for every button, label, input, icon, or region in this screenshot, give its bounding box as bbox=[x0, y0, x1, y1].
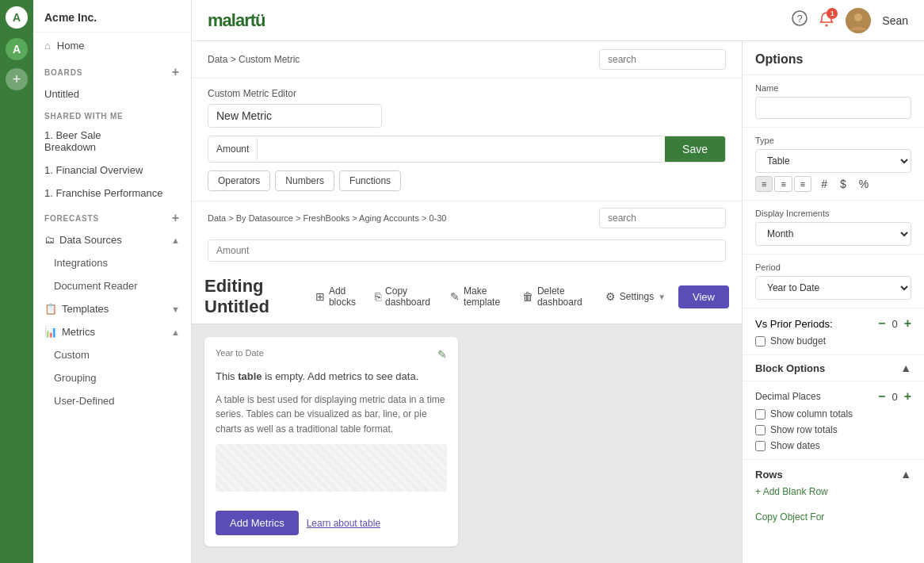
copy-object-for[interactable]: Copy Object For bbox=[743, 505, 924, 529]
rp-rows-label: Rows bbox=[755, 469, 783, 481]
show-row-totals-checkbox[interactable] bbox=[755, 425, 766, 435]
svg-point-2 bbox=[826, 25, 828, 27]
nav-untitled[interactable]: Untitled bbox=[33, 82, 191, 105]
settings-action[interactable]: ⚙ Settings ▼ bbox=[605, 290, 666, 303]
card-empty-text: This table is empty. Add metrics to see … bbox=[216, 369, 447, 385]
decimal-increment-button[interactable]: + bbox=[904, 389, 911, 404]
hash-symbol-button[interactable]: # bbox=[818, 176, 830, 192]
help-icon[interactable]: ? bbox=[792, 10, 808, 30]
settings-chevron-icon: ▼ bbox=[658, 293, 666, 301]
card-edit-icon[interactable]: ✎ bbox=[437, 348, 447, 361]
rp-decimal-stepper: − 0 + bbox=[878, 389, 911, 404]
view-button[interactable]: View bbox=[678, 285, 729, 308]
nav-grouping[interactable]: Grouping bbox=[33, 366, 191, 389]
metrics-icon: 📊 bbox=[44, 326, 57, 338]
username: Sean bbox=[882, 14, 908, 27]
copy-dashboard-action[interactable]: ⎘ Copy dashboard bbox=[375, 285, 437, 308]
show-budget-label: Show budget bbox=[770, 335, 826, 347]
top-search-input[interactable] bbox=[599, 49, 726, 70]
block-options-collapse-button[interactable]: ▲ bbox=[900, 362, 911, 374]
logo: malartü bbox=[208, 10, 265, 31]
nav-templates[interactable]: 📋 Templates ▼ bbox=[33, 297, 191, 320]
show-dates-checkbox[interactable] bbox=[755, 441, 766, 451]
dashboard-canvas: Year to Date ✎ This table is empty. Add … bbox=[192, 324, 742, 563]
nav-data-sources[interactable]: 🗂 Data Sources ▲ bbox=[33, 228, 191, 251]
card-empty-bold: table bbox=[238, 370, 262, 382]
company-name: Acme Inc. bbox=[33, 0, 191, 33]
nav-user-defined[interactable]: User-Defined bbox=[33, 389, 191, 412]
dashboard-actions: ⊞ Add blocks ⎘ Copy dashboard ✎ Make tem… bbox=[315, 285, 729, 308]
datasource-row: Data > By Datasource > FreshBooks > Agin… bbox=[192, 201, 742, 235]
percent-symbol-button[interactable]: % bbox=[856, 176, 872, 192]
learn-table-link[interactable]: Learn about table bbox=[307, 518, 380, 529]
add-metrics-button[interactable]: Add Metrics bbox=[216, 511, 299, 535]
formula-tag: Amount bbox=[208, 138, 258, 160]
left-navigation: Acme Inc. ⌂ Home BOARDS + Untitled SHARE… bbox=[33, 0, 192, 563]
align-right-button[interactable]: ≡ bbox=[794, 176, 811, 192]
top-bar-right: ? 1 Sean bbox=[792, 8, 908, 33]
rp-block-options-header: Block Options ▲ bbox=[743, 355, 924, 381]
make-template-action[interactable]: ✎ Make template bbox=[450, 285, 510, 308]
card-chart-placeholder bbox=[216, 444, 447, 492]
rp-display-increments-section: Display Increments Day Week Month Quarte… bbox=[743, 201, 924, 255]
rp-name-input[interactable] bbox=[755, 97, 911, 119]
nav-home[interactable]: ⌂ Home bbox=[33, 33, 191, 59]
nav-metrics[interactable]: 📊 Metrics ▲ bbox=[33, 320, 191, 343]
vs-prior-decrement-button[interactable]: − bbox=[878, 316, 885, 331]
copy-dashboard-icon: ⎘ bbox=[375, 290, 381, 303]
decimal-decrement-button[interactable]: − bbox=[878, 389, 885, 404]
dashboard-area: Editing Untitled ⊞ Add blocks ⎘ Copy das… bbox=[192, 270, 742, 563]
top-bar: malartü ? 1 bbox=[192, 0, 924, 41]
decimal-value: 0 bbox=[892, 391, 897, 403]
top-avatar[interactable]: A bbox=[6, 6, 28, 29]
functions-button[interactable]: Functions bbox=[339, 170, 401, 191]
rp-display-increments-select[interactable]: Day Week Month Quarter Year bbox=[755, 222, 911, 246]
save-button[interactable]: Save bbox=[665, 136, 725, 162]
nav-integrations[interactable]: Integrations bbox=[33, 251, 191, 274]
show-column-totals-checkbox[interactable] bbox=[755, 409, 766, 419]
rp-decimal-row: Decimal Places − 0 + bbox=[755, 389, 911, 404]
amount-input[interactable] bbox=[208, 239, 726, 262]
boards-add-button[interactable]: + bbox=[172, 65, 180, 79]
rp-type-section: Type Table Chart Number Text ≡ ≡ ≡ # $ bbox=[743, 128, 924, 201]
metric-editor-label: Custom Metric Editor bbox=[208, 88, 726, 99]
rows-collapse-button[interactable]: ▲ bbox=[900, 468, 911, 481]
notifications-bell[interactable]: 1 bbox=[819, 11, 834, 29]
boards-section-header: BOARDS + bbox=[33, 59, 191, 82]
datasource-search-input[interactable] bbox=[599, 208, 726, 228]
align-left-button[interactable]: ≡ bbox=[755, 176, 773, 192]
datasource-path: Data > By Datasource > FreshBooks > Agin… bbox=[208, 213, 446, 223]
numbers-button[interactable]: Numbers bbox=[275, 170, 334, 191]
forecasts-section-header: FORECASTS + bbox=[33, 205, 191, 228]
rp-period-select[interactable]: This Month Last Month Quarter to Date Ye… bbox=[755, 276, 911, 300]
nav-financial[interactable]: 1. Financial Overview bbox=[33, 159, 191, 182]
rp-show-column-totals-row: Show column totals bbox=[755, 408, 911, 419]
add-workspace-button[interactable]: + bbox=[6, 68, 28, 90]
operator-buttons: Operators Numbers Functions bbox=[208, 170, 726, 191]
rp-vs-stepper: − 0 + bbox=[878, 316, 911, 331]
user-avatar[interactable] bbox=[846, 8, 871, 33]
add-blank-row-button[interactable]: + Add Blank Row bbox=[755, 486, 828, 497]
green-avatar[interactable]: A bbox=[6, 38, 28, 60]
show-budget-checkbox[interactable] bbox=[755, 336, 766, 347]
dollar-symbol-button[interactable]: $ bbox=[837, 176, 850, 192]
add-blocks-action[interactable]: ⊞ Add blocks bbox=[315, 285, 362, 308]
rp-name-label: Name bbox=[755, 83, 911, 93]
nav-document-reader[interactable]: Document Reader bbox=[33, 274, 191, 297]
delete-dashboard-action[interactable]: 🗑 Delete dashboard bbox=[522, 285, 593, 308]
nav-franchise[interactable]: 1. Franchise Performance bbox=[33, 182, 191, 205]
card-description: A table is best used for displaying metr… bbox=[216, 393, 447, 437]
nav-beer-sale[interactable]: 1. Beer SaleBreakdown bbox=[33, 124, 191, 159]
vs-prior-increment-button[interactable]: + bbox=[904, 316, 911, 331]
metric-formula-row: Amount Save bbox=[208, 136, 726, 163]
card-period: Year to Date bbox=[216, 348, 264, 358]
main-content: malartü ? 1 bbox=[192, 0, 924, 563]
dashboard-toolbar: Editing Untitled ⊞ Add blocks ⎘ Copy das… bbox=[192, 270, 742, 324]
nav-custom[interactable]: Custom bbox=[33, 343, 191, 366]
rp-vs-prior-section: Vs Prior Periods: − 0 + Show budget bbox=[743, 308, 924, 355]
operators-button[interactable]: Operators bbox=[208, 170, 270, 191]
forecasts-add-button[interactable]: + bbox=[172, 211, 180, 225]
rp-type-select[interactable]: Table Chart Number Text bbox=[755, 149, 911, 173]
metric-name-input[interactable] bbox=[208, 104, 382, 128]
align-center-button[interactable]: ≡ bbox=[774, 176, 792, 192]
